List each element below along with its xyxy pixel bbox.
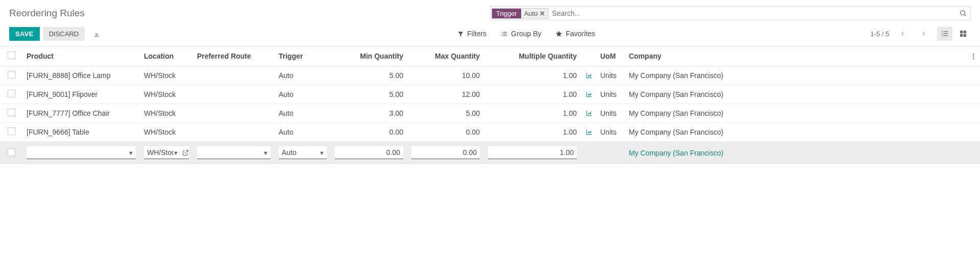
- row-checkbox[interactable]: [8, 127, 15, 135]
- cell-uom: Units: [596, 71, 625, 80]
- row-checkbox[interactable]: [8, 148, 15, 156]
- svg-rect-15: [964, 31, 966, 33]
- search-facet-value-text: Auto: [524, 10, 538, 17]
- cell-trigger: Auto: [275, 90, 331, 98]
- data-table: Product Location Preferred Route Trigger…: [0, 46, 980, 164]
- cell-company: My Company (San Francisco): [625, 109, 966, 117]
- forecast-graph-icon[interactable]: [585, 72, 592, 79]
- pager-text: 1-5 / 5: [870, 30, 889, 38]
- chevron-right-icon: [921, 30, 926, 37]
- forecast-graph-icon[interactable]: [585, 110, 592, 117]
- cell-max: 10.00: [407, 71, 484, 80]
- cell-location: WH/Stock: [140, 71, 193, 80]
- svg-rect-6: [502, 35, 503, 36]
- table-row-editing: ▼ ▼ ▼ ▼: [0, 142, 980, 164]
- svg-rect-12: [942, 35, 943, 36]
- cell-company: My Company (San Francisco): [625, 128, 966, 136]
- search-icon[interactable]: [959, 9, 967, 17]
- save-button[interactable]: SAVE: [9, 27, 40, 41]
- col-min[interactable]: Min Quantity: [331, 52, 407, 60]
- row-checkbox[interactable]: [8, 90, 15, 97]
- column-options-button[interactable]: ⋮: [966, 52, 980, 60]
- table-header: Product Location Preferred Route Trigger…: [0, 46, 980, 66]
- filters-label: Filters: [467, 30, 486, 38]
- col-uom[interactable]: UoM: [596, 52, 625, 60]
- cell-company: My Company (San Francisco): [625, 90, 966, 98]
- table-row[interactable]: [FURN_8888] Office LampWH/StockAuto5.001…: [0, 66, 980, 85]
- cell-uom: Units: [596, 128, 625, 136]
- min-qty-input[interactable]: [335, 146, 403, 159]
- pager-prev-button[interactable]: [896, 28, 910, 39]
- col-company[interactable]: Company: [625, 52, 966, 60]
- cell-product: [FURN_7777] Office Chair: [22, 109, 140, 117]
- route-input[interactable]: [197, 146, 271, 159]
- svg-rect-4: [502, 33, 503, 34]
- trigger-input[interactable]: [279, 146, 327, 159]
- cell-max: 12.00: [407, 90, 484, 98]
- groupby-label: Group By: [511, 30, 541, 38]
- col-max[interactable]: Max Quantity: [407, 52, 484, 60]
- svg-rect-9: [943, 31, 948, 32]
- cell-location: WH/Stock: [140, 109, 193, 117]
- kanban-view-icon: [959, 30, 967, 38]
- forecast-graph-icon[interactable]: [585, 129, 592, 136]
- filters-button[interactable]: Filters: [457, 30, 486, 38]
- remove-facet-icon[interactable]: ✕: [540, 10, 545, 17]
- cell-min: 3.00: [331, 109, 407, 117]
- company-link[interactable]: My Company (San Francisco): [625, 149, 966, 157]
- favorites-button[interactable]: Favorites: [555, 30, 595, 38]
- product-input[interactable]: [27, 146, 136, 159]
- external-link-icon[interactable]: [182, 149, 189, 156]
- chevron-left-icon: [900, 30, 905, 37]
- forecast-graph-icon[interactable]: [585, 91, 592, 98]
- view-kanban-button[interactable]: [955, 27, 971, 41]
- list-icon: [501, 31, 508, 37]
- view-list-button[interactable]: [937, 27, 952, 41]
- search-input[interactable]: [549, 8, 959, 19]
- cell-min: 5.00: [331, 71, 407, 80]
- cell-product: [FURN_9666] Table: [22, 128, 140, 136]
- cell-min: 5.00: [331, 90, 407, 98]
- mult-qty-input[interactable]: [488, 146, 577, 159]
- svg-rect-3: [503, 32, 507, 32]
- cell-product: [FURN_9001] Flipover: [22, 90, 140, 98]
- col-route[interactable]: Preferred Route: [193, 52, 275, 60]
- row-checkbox[interactable]: [8, 109, 15, 116]
- cell-location: WH/Stock: [140, 128, 193, 136]
- svg-rect-11: [943, 33, 948, 34]
- col-location[interactable]: Location: [140, 52, 193, 60]
- cell-location: WH/Stock: [140, 90, 193, 98]
- col-product[interactable]: Product: [22, 52, 140, 60]
- cell-uom: Units: [596, 90, 625, 98]
- discard-button[interactable]: DISCARD: [43, 27, 85, 41]
- groupby-button[interactable]: Group By: [501, 30, 541, 38]
- svg-line-1: [964, 14, 966, 16]
- pager-next-button[interactable]: [917, 28, 930, 39]
- cell-product: [FURN_8888] Office Lamp: [22, 71, 140, 80]
- svg-rect-7: [503, 35, 507, 36]
- row-checkbox[interactable]: [8, 71, 15, 79]
- search-bar[interactable]: Trigger Auto ✕: [490, 6, 971, 20]
- col-trigger[interactable]: Trigger: [275, 52, 331, 60]
- svg-rect-13: [943, 35, 948, 36]
- cell-uom: Units: [596, 109, 625, 117]
- max-qty-input[interactable]: [411, 146, 480, 159]
- star-icon: [555, 30, 562, 37]
- cell-mult: 1.00: [484, 109, 581, 117]
- cell-trigger: Auto: [275, 128, 331, 136]
- search-facet: Trigger Auto ✕: [492, 8, 549, 19]
- svg-rect-16: [960, 34, 963, 37]
- svg-point-0: [961, 11, 965, 15]
- search-facet-label: Trigger: [492, 9, 521, 18]
- col-mult[interactable]: Multiple Quantity: [484, 52, 581, 60]
- cell-trigger: Auto: [275, 109, 331, 117]
- search-facet-value: Auto ✕: [521, 9, 549, 18]
- table-row[interactable]: [FURN_9001] FlipoverWH/StockAuto5.0012.0…: [0, 85, 980, 104]
- svg-rect-17: [964, 34, 966, 37]
- download-icon[interactable]: [93, 30, 101, 38]
- table-row[interactable]: [FURN_7777] Office ChairWH/StockAuto3.00…: [0, 104, 980, 123]
- svg-rect-8: [942, 31, 943, 32]
- table-row[interactable]: [FURN_9666] TableWH/StockAuto0.000.001.0…: [0, 123, 980, 142]
- funnel-icon: [457, 31, 464, 37]
- select-all-checkbox[interactable]: [8, 52, 15, 59]
